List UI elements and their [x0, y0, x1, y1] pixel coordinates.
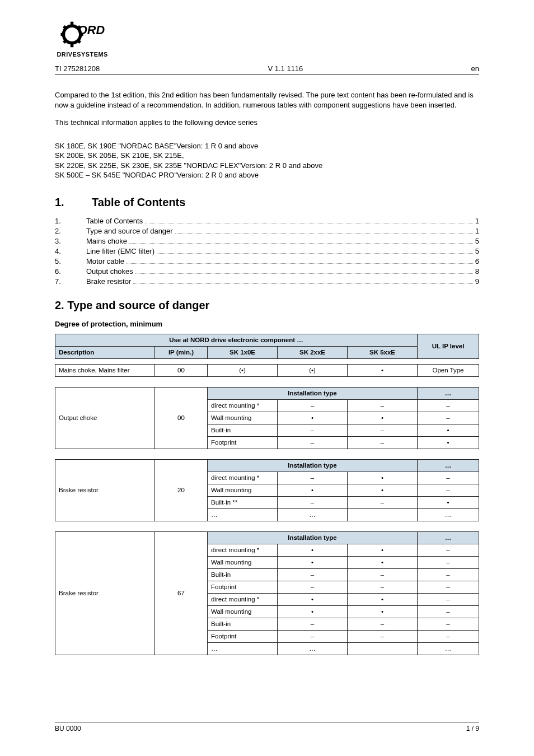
applies-to: This technical information applies to th… — [55, 118, 479, 128]
col-header: IP (min.) — [155, 346, 208, 358]
col-header: Description — [55, 346, 155, 358]
toc-item: 2.Type and source of danger1 — [55, 227, 479, 235]
sub-heading: Degree of protection, minimum — [55, 320, 479, 328]
inner-head-right: … — [418, 459, 479, 472]
doc-rev: V 1.1 1116 — [268, 64, 303, 73]
inner-head-right: … — [418, 387, 479, 399]
svg-line-7 — [64, 40, 67, 43]
inner-head-right: … — [418, 531, 479, 544]
intro-block: Compared to the 1st edition, this 2nd ed… — [55, 90, 479, 180]
col-header: SK 2xxE — [278, 346, 348, 358]
inner-head: Installation type — [208, 387, 418, 399]
svg-text:DRIVESYSTEMS: DRIVESYSTEMS — [57, 51, 107, 58]
row-head: Brake resistor — [55, 459, 155, 521]
svg-text:ORD: ORD — [78, 23, 105, 37]
table-main: Use at NORD drive electronic component …… — [55, 334, 479, 377]
row-head: Output choke — [55, 387, 155, 449]
table-brake-resistor-20: Brake resistor 20 Installation type … di… — [55, 459, 479, 521]
toc-item: 5.Motor cable6 — [55, 257, 479, 265]
toc-heading-title: Table of Contents — [92, 196, 185, 209]
table-row: Mains choke, Mains filter 00 (•) (•) • O… — [55, 364, 479, 376]
logo: ORD DRIVESYSTEMS — [55, 17, 479, 61]
inner-head: Installation type — [208, 459, 418, 472]
row-head: Brake resistor — [55, 531, 155, 655]
table-header: Use at NORD drive electronic component … — [55, 334, 418, 346]
section-heading: 2. Type and source of danger — [55, 299, 479, 312]
toc-item: 7.Brake resistor9 — [55, 277, 479, 286]
series-line: SK 200E, SK 205E, SK 210E, SK 215E, — [55, 151, 479, 161]
footer-right: 1 / 9 — [466, 725, 479, 732]
row-ip: 00 — [155, 387, 208, 449]
series-line: SK 220E, SK 225E, SK 230E, SK 235E "NORD… — [55, 161, 479, 171]
col-header: SK 5xxE — [348, 346, 418, 358]
row-ip: 67 — [155, 531, 208, 655]
toc-item: 3.Mains choke5 — [55, 237, 479, 245]
series-line: SK 500E – SK 545E "NORDAC PRO"Version: 2… — [55, 170, 479, 180]
col-header: SK 1x0E — [208, 346, 278, 358]
table-header: UL IP level — [418, 334, 479, 358]
toc-item: 6.Output chokes8 — [55, 267, 479, 276]
edition-note: Compared to the 1st edition, this 2nd ed… — [55, 90, 479, 110]
doc-lang: en — [471, 64, 479, 73]
toc-item: 1.Table of Contents1 — [55, 217, 479, 225]
header-rule: TI 275281208 V 1.1 1116 en — [55, 64, 479, 74]
toc-item: 4.Line filter (EMC filter)5 — [55, 247, 479, 255]
toc: 1. Table of Contents 1.Table of Contents… — [55, 196, 479, 286]
table-output-choke: Output choke 00 Installation type … dire… — [55, 387, 479, 449]
doc-id: TI 275281208 — [55, 64, 100, 73]
footer: BU 0000 1 / 9 — [55, 722, 479, 732]
inner-head: Installation type — [208, 531, 418, 544]
table-brake-resistor-67: Brake resistor 67 Installation type … di… — [55, 531, 479, 655]
toc-heading-num: 1. — [55, 196, 86, 209]
footer-left: BU 0000 — [55, 725, 81, 732]
series-line: SK 180E, SK 190E "NORDAC BASE"Version: 1… — [55, 141, 479, 151]
svg-line-5 — [64, 26, 67, 29]
row-ip: 20 — [155, 459, 208, 521]
svg-line-6 — [77, 40, 80, 43]
